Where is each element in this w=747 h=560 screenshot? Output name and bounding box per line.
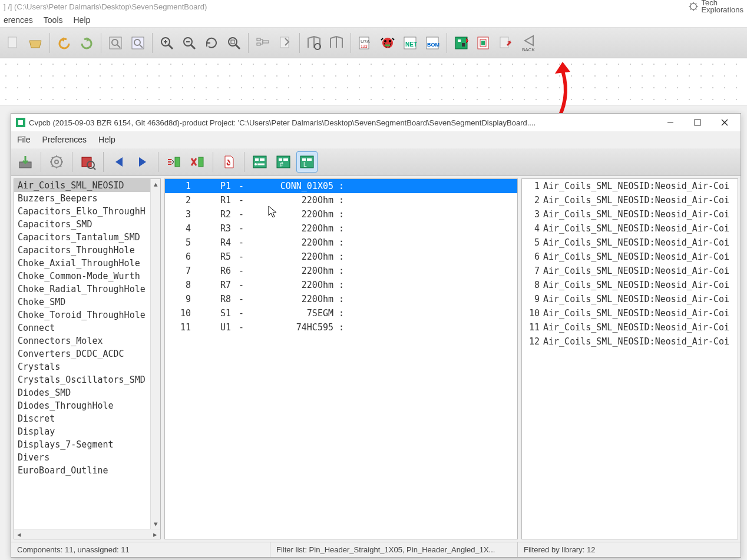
library-item[interactable]: EuroBoard_Outline [14, 464, 150, 477]
scroll-up-icon[interactable]: ▴ [151, 179, 161, 189]
library-item[interactable]: Buzzers_Beepers [14, 192, 150, 205]
run-pcbnew-icon[interactable] [473, 32, 494, 54]
netlist-icon[interactable]: NET [399, 32, 421, 54]
vertical-scrollbar[interactable]: ▴ ▾ [150, 179, 160, 529]
filter-pincount-icon[interactable]: # [273, 151, 294, 173]
close-button[interactable] [711, 114, 738, 131]
back-icon[interactable]: BACK [518, 32, 539, 54]
component-row[interactable]: 9R8 -220Ohm : [165, 292, 517, 306]
component-row[interactable]: 3R2 -220Ohm : [165, 207, 517, 221]
component-row[interactable]: 2R1 -220Ohm : [165, 193, 517, 207]
library-item[interactable]: Choke_Axial_ThroughHole [14, 257, 150, 270]
component-row[interactable]: 6R5 -220Ohm : [165, 250, 517, 264]
footprint-row[interactable]: 5Air_Coils_SML_NEOSID:Neosid_Air-Coi [522, 236, 738, 250]
zoom-out-icon[interactable] [179, 32, 200, 54]
bom-icon[interactable]: BOM [422, 32, 443, 54]
zoom-in-icon[interactable] [156, 32, 177, 54]
zoom-page-icon[interactable] [105, 32, 126, 54]
footprint-row[interactable]: 6Air_Coils_SML_NEOSID:Neosid_Air-Coi [522, 250, 738, 264]
footprint-row[interactable]: 8Air_Coils_SML_NEOSID:Neosid_Air-Coi [522, 278, 738, 292]
library-item[interactable]: Choke_Radial_ThroughHole [14, 283, 150, 296]
library-item[interactable]: Crystals_Oscillators_SMD [14, 373, 150, 386]
footprint-row[interactable]: 9Air_Coils_SML_NEOSID:Neosid_Air-Coi [522, 292, 738, 306]
component-row[interactable]: 5R4 -220Ohm : [165, 236, 517, 250]
filter-keywords-icon[interactable] [249, 151, 270, 173]
run-cvpcb-icon[interactable] [451, 32, 472, 54]
library-item[interactable]: Choke_Common-Mode_Wurth [14, 270, 150, 283]
import-footprint-icon[interactable] [495, 32, 517, 54]
minimize-button[interactable] [657, 114, 684, 131]
scroll-down-icon[interactable]: ▾ [151, 519, 161, 529]
dialog-titlebar[interactable]: Cvpcb (2015-09-03 BZR 6154, Git 4636d8d)… [11, 114, 741, 131]
new-file-icon[interactable] [2, 32, 24, 54]
component-row[interactable]: 8R7 -220Ohm : [165, 278, 517, 292]
footprint-list[interactable]: 1Air_Coils_SML_NEOSID:Neosid_Air-Coi2Air… [522, 179, 738, 539]
component-row[interactable]: 7R6 -220Ohm : [165, 264, 517, 278]
next-unassigned-icon[interactable] [132, 151, 153, 173]
menu-tools[interactable]: Tools [44, 15, 63, 25]
scroll-right-icon[interactable]: ▸ [150, 529, 160, 539]
library-item[interactable]: Choke_Toroid_ThroughHole [14, 309, 150, 322]
library-item[interactable]: Displays_7-Segment [14, 438, 150, 451]
open-file-icon[interactable] [25, 32, 46, 54]
svg-text:BOM: BOM [427, 42, 439, 48]
scroll-left-icon[interactable]: ◂ [14, 529, 24, 539]
zoom-redraw-icon[interactable] [201, 32, 222, 54]
leave-sheet-icon[interactable] [275, 32, 296, 54]
library-item[interactable]: Diodes_ThroughHole [14, 399, 150, 412]
component-row[interactable]: 1P1 -CONN_01X05 : [165, 179, 517, 193]
component-row[interactable]: 4R3 -220Ohm : [165, 221, 517, 236]
menu-help[interactable]: Help [98, 135, 115, 144]
footprint-row[interactable]: 3Air_Coils_SML_NEOSID:Neosid_Air-Coi [522, 207, 738, 221]
docs-icon[interactable] [218, 151, 239, 173]
maximize-button[interactable] [684, 114, 711, 131]
footprint-row[interactable]: 10Air_Coils_SML_NEOSID:Neosid_Air-Coi [522, 306, 738, 320]
zoom-fit-icon[interactable] [223, 32, 244, 54]
filter-library-icon[interactable]: L [296, 151, 318, 173]
library-item[interactable]: Air_Coils_SML_NEOSID [14, 179, 150, 192]
library-item[interactable]: Display [14, 425, 150, 438]
library-list[interactable]: Air_Coils_SML_NEOSIDBuzzers_BeepersCapac… [14, 179, 150, 529]
library-item[interactable]: Diodes_SMD [14, 386, 150, 399]
library-item[interactable]: Discret [14, 412, 150, 425]
footprint-row[interactable]: 7Air_Coils_SML_NEOSID:Neosid_Air-Coi [522, 264, 738, 278]
footprint-row[interactable]: 11Air_Coils_SML_NEOSID:Neosid_Air-Coi [522, 320, 738, 334]
footprint-row[interactable]: 2Air_Coils_SML_NEOSID:Neosid_Air-Coi [522, 193, 738, 207]
library-item[interactable]: Divers [14, 451, 150, 464]
auto-associate-icon[interactable] [163, 151, 184, 173]
footprint-row[interactable]: 1Air_Coils_SML_NEOSID:Neosid_Air-Coi [522, 179, 738, 193]
menu-preferences[interactable]: Preferences [42, 135, 87, 144]
component-row[interactable]: 11U1 -74HC595 : [165, 320, 517, 334]
prev-unassigned-icon[interactable] [108, 151, 130, 173]
library-browse-icon[interactable] [303, 32, 325, 54]
library-item[interactable]: Capacitors_ThroughHole [14, 244, 150, 257]
hierarchy-icon[interactable] [252, 32, 273, 54]
schematic-canvas[interactable] [0, 58, 747, 105]
library-item[interactable]: Capacitors_SMD [14, 218, 150, 231]
component-list[interactable]: 1P1 -CONN_01X05 :2R1 -220Ohm :3R2 -220Oh… [165, 179, 517, 539]
footprint-row[interactable]: 12Air_Coils_SML_NEOSID:Neosid_Air-Coi [522, 334, 738, 349]
library-item[interactable]: Capacitors_Elko_ThroughH [14, 205, 150, 218]
settings-icon[interactable] [46, 151, 67, 173]
component-row[interactable]: 10S1 -7SEGM : [165, 306, 517, 320]
menu-file[interactable]: File [17, 135, 31, 144]
redo-icon[interactable] [76, 32, 97, 54]
undo-icon[interactable] [54, 32, 75, 54]
annotate-icon[interactable]: U?A123 [355, 32, 376, 54]
view-footprint-icon[interactable] [77, 151, 98, 173]
footprint-row[interactable]: 4Air_Coils_SML_NEOSID:Neosid_Air-Coi [522, 221, 738, 236]
library-item[interactable]: Capacitors_Tantalum_SMD [14, 231, 150, 244]
menu-preferences[interactable]: erences [4, 15, 33, 25]
library-item[interactable]: Choke_SMD [14, 296, 150, 309]
save-icon[interactable] [15, 151, 36, 173]
zoom-sheet-icon[interactable] [127, 32, 148, 54]
library-item[interactable]: Connectors_Molex [14, 334, 150, 347]
horizontal-scrollbar[interactable]: ◂ ▸ [14, 529, 160, 539]
menu-help[interactable]: Help [74, 15, 91, 25]
library-item[interactable]: Crystals [14, 360, 150, 373]
library-editor-icon[interactable] [326, 32, 347, 54]
delete-associations-icon[interactable] [187, 151, 208, 173]
library-item[interactable]: Converters_DCDC_ACDC [14, 347, 150, 360]
library-item[interactable]: Connect [14, 322, 150, 334]
erc-check-icon[interactable] [377, 32, 398, 54]
